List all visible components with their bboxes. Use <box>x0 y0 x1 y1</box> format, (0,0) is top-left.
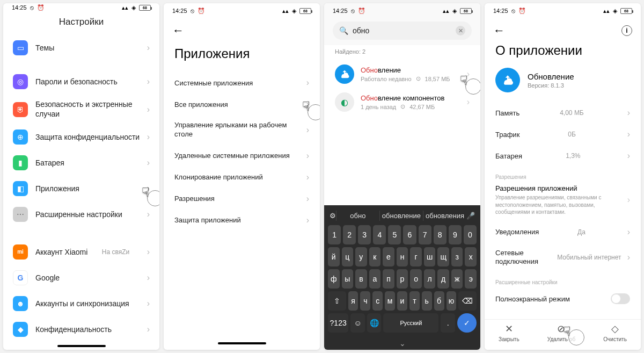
key[interactable]: з <box>451 247 463 266</box>
key[interactable]: я <box>348 291 358 311</box>
spacebar[interactable]: Русский <box>383 313 438 333</box>
settings-row-themes[interactable]: ▭ Темы › <box>3 35 159 61</box>
language-key[interactable]: 🌐 <box>367 313 382 333</box>
key[interactable]: р <box>397 269 408 289</box>
search-input[interactable]: 🔍 обно ✕ <box>333 21 472 40</box>
settings-row-safety[interactable]: ⛨ Безопасность и экстренные случаи › <box>3 95 159 124</box>
clear-search-button[interactable]: ✕ <box>456 26 465 35</box>
key[interactable]: д <box>437 269 449 289</box>
key[interactable]: в <box>355 269 367 289</box>
navigation-bar[interactable] <box>3 342 159 350</box>
key[interactable]: ю <box>447 291 457 311</box>
settings-row-accounts[interactable]: ☻ Аккаунты и синхронизация › <box>3 291 159 316</box>
key[interactable]: 9 <box>449 225 462 244</box>
key[interactable]: м <box>385 291 395 311</box>
clock: 14:25 <box>493 8 508 14</box>
stat-row-traffic[interactable]: Трафик0Б› <box>485 124 641 145</box>
kb-suggestion[interactable]: обновления <box>423 211 466 221</box>
notifications-row[interactable]: УведомленияДа› <box>485 221 641 243</box>
back-button[interactable]: ← <box>172 24 184 38</box>
key[interactable]: 1 <box>328 225 341 244</box>
search-result-row[interactable]: ◐ Обновление компонентов 1 день назад ⊙ … <box>324 88 480 116</box>
enter-key[interactable]: ✓ <box>457 313 477 333</box>
backspace-key[interactable]: ⌫ <box>458 291 477 311</box>
chevron-right-icon: › <box>147 325 150 334</box>
key[interactable]: т <box>409 291 420 311</box>
key[interactable]: е <box>383 247 394 266</box>
stat-row-memory[interactable]: Память4,00 МБ› <box>485 102 641 124</box>
key[interactable]: щ <box>437 247 449 266</box>
collapse-keyboard-icon[interactable]: ⌄ <box>399 339 406 348</box>
key[interactable]: с <box>372 291 383 311</box>
key[interactable]: 4 <box>373 225 386 244</box>
clear-action[interactable]: ◇Очистить <box>603 323 627 342</box>
kb-suggestion[interactable]: обно <box>336 211 379 221</box>
back-button[interactable]: ← <box>493 24 505 38</box>
apps-row-deleted[interactable]: Удаленные системные приложения› <box>164 145 320 167</box>
key[interactable]: 2 <box>343 225 356 244</box>
mic-icon[interactable]: 🎤 <box>466 212 475 220</box>
numeric-key[interactable]: ?123 <box>328 313 348 333</box>
key[interactable]: 6 <box>403 225 416 244</box>
settings-row-google[interactable]: G Google › <box>3 265 159 291</box>
key[interactable]: о <box>410 269 422 289</box>
apps-row-protection[interactable]: Защита приложений› <box>164 210 320 231</box>
key[interactable]: 0 <box>464 225 477 244</box>
kb-suggestion[interactable]: обновление <box>379 211 423 221</box>
settings-row-passwords[interactable]: ◎ Пароли и безопасность › <box>3 69 159 95</box>
toggle-switch[interactable] <box>611 293 630 304</box>
key[interactable]: ф <box>328 269 340 289</box>
row-description: Управление разрешениями, связанными с ме… <box>495 194 623 216</box>
apps-row-clone[interactable]: Клонирование приложений› <box>164 167 320 188</box>
settings-row-battery[interactable]: ▮ Батарея › <box>3 150 159 176</box>
emoji-key[interactable]: ☺ <box>350 313 365 333</box>
fullscreen-row[interactable]: Полноэкранный режим <box>485 287 641 310</box>
key[interactable]: ы <box>342 269 354 289</box>
key[interactable]: у <box>355 247 367 266</box>
search-result-row[interactable]: Обновление Работало недавно ⊙ 18,57 МБ › <box>324 60 480 88</box>
settings-row-advanced[interactable]: ⋯ Расширенные настройки › <box>3 201 159 227</box>
key[interactable]: п <box>383 269 394 289</box>
network-row[interactable]: Сетевые подключения Мобильный интернет › <box>485 243 641 272</box>
row-value: 4,00 МБ <box>560 109 584 117</box>
stat-row-battery[interactable]: Батарея1,3%› <box>485 145 641 167</box>
key[interactable]: ь <box>422 291 432 311</box>
navigation-bar[interactable]: ⌄ <box>324 337 480 350</box>
key[interactable]: н <box>397 247 408 266</box>
key[interactable]: 5 <box>388 225 401 244</box>
apps-row-all[interactable]: Все приложения› <box>164 93 320 115</box>
uninstall-action[interactable]: ⊘Удалить об <box>547 323 575 342</box>
app-permissions-row[interactable]: Разрешения приложений Управление разреше… <box>485 182 641 221</box>
close-action[interactable]: ✕Закрыть <box>499 323 519 342</box>
key[interactable]: 8 <box>434 225 447 244</box>
period-key[interactable]: . <box>441 313 455 333</box>
keyboard-settings-icon[interactable]: ⚙ <box>330 212 336 220</box>
key[interactable]: ц <box>342 247 354 266</box>
key[interactable]: к <box>369 247 381 266</box>
settings-row-confidential[interactable]: ◆ Конфиденциальность › <box>3 316 159 342</box>
key[interactable]: а <box>369 269 381 289</box>
key[interactable]: э <box>465 269 477 289</box>
key[interactable]: 7 <box>419 225 431 244</box>
apps-row-shortcuts[interactable]: Управление ярлыками на рабочем столе› <box>164 115 320 145</box>
key[interactable]: б <box>434 291 444 311</box>
keyboard[interactable]: ⚙ обно обновление обновления 🎤 123456789… <box>324 205 480 337</box>
key[interactable]: 3 <box>358 225 371 244</box>
info-button[interactable]: i <box>621 25 632 36</box>
key[interactable]: ш <box>424 247 436 266</box>
navigation-bar[interactable] <box>164 337 320 350</box>
key[interactable]: й <box>328 247 340 266</box>
key[interactable]: ж <box>451 269 463 289</box>
key[interactable]: и <box>397 291 407 311</box>
settings-row-apps[interactable]: ◧ Приложения › <box>3 176 159 201</box>
key[interactable]: х <box>465 247 477 266</box>
key[interactable]: ч <box>360 291 370 311</box>
apps-row-system[interactable]: Системные приложения› <box>164 72 320 93</box>
settings-row-xiaomi-account[interactable]: mi Аккаунт Xiaomi На свяZи › <box>3 239 159 265</box>
key[interactable]: л <box>424 269 436 289</box>
result-title: Обновление компонентов <box>361 94 460 102</box>
settings-row-privacy[interactable]: ⊕ Защита конфиденциальности › <box>3 124 159 150</box>
key[interactable]: г <box>410 247 422 266</box>
apps-row-permissions[interactable]: Разрешения› <box>164 188 320 210</box>
shift-key[interactable]: ⇧ <box>328 291 346 311</box>
